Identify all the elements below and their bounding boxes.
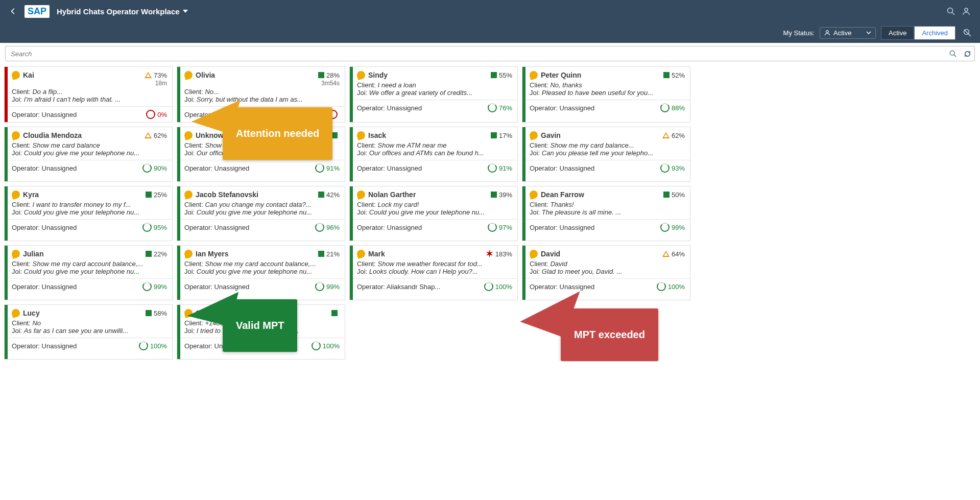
chat-bubble-icon xyxy=(356,70,366,80)
card-operator-line: Operator: Unassigned xyxy=(184,224,249,231)
card-client-line: Client: No, thanks xyxy=(530,81,685,89)
card-operator-line: Operator: Unassigned xyxy=(357,224,422,231)
chat-card[interactable]: Lucy58%Client: NoJoi: As far as I can se… xyxy=(4,304,173,360)
card-joi-line: Joi: I'm afraid I can't help with that. … xyxy=(12,96,167,103)
tab-archived[interactable]: Archived xyxy=(914,26,955,40)
card-client-name: Dean Farrow xyxy=(541,191,584,199)
card-bottom-percent: 95% xyxy=(142,223,167,232)
card-joi-line: Joi: Could you give me your telephone nu… xyxy=(12,149,167,157)
chat-card[interactable]: Isack17%Client: Show me ATM near meJoi: … xyxy=(349,127,518,182)
progress-ring-icon xyxy=(315,282,324,291)
progress-ring-icon xyxy=(660,223,670,232)
chat-card[interactable]: Sindy55%Client: I need a loanJoi: We off… xyxy=(349,66,518,123)
search-header-button[interactable] xyxy=(943,4,959,19)
svg-point-7 xyxy=(950,51,954,55)
user-button[interactable] xyxy=(959,4,974,19)
svg-line-8 xyxy=(954,55,956,57)
chat-card[interactable]: Dean Farrow50%Client: Thanks!Joi: The pl… xyxy=(522,186,690,241)
svg-line-1 xyxy=(952,13,955,15)
chat-bubble-icon xyxy=(529,249,539,259)
card-bottom-percent: 99% xyxy=(142,282,167,291)
card-client-line: Client: Show me ATM near me xyxy=(357,141,512,149)
sub-header: My Status: Active Active Archived xyxy=(0,22,980,43)
card-client-line: Client: Show me my card account balance,… xyxy=(184,260,340,268)
progress-ring-icon xyxy=(660,163,670,173)
chat-bubble-icon xyxy=(11,308,21,318)
card-top-percent: 62% xyxy=(662,132,685,139)
chat-card[interactable]: Cloudia Mendoza62%Client: Show me card b… xyxy=(4,127,173,182)
progress-ring-icon xyxy=(488,103,497,112)
card-client-line: Client: Show me weather forecast for tod… xyxy=(357,260,512,268)
card-bottom-percent: 100% xyxy=(312,341,340,350)
card-top-percent: ✶183% xyxy=(486,250,512,258)
card-bottom-percent: 76% xyxy=(488,103,512,112)
status-select[interactable]: Active xyxy=(820,27,876,39)
chat-bubble-icon xyxy=(183,249,194,259)
card-operator-line: Operator: Unassigned xyxy=(12,111,77,118)
tab-active[interactable]: Active xyxy=(881,26,914,40)
card-top-percent: 52% xyxy=(663,72,685,79)
chat-card[interactable]: Mark✶183%Client: Show me weather forecas… xyxy=(349,245,518,300)
card-bottom-percent: 100% xyxy=(657,282,685,291)
square-green-icon xyxy=(663,72,670,78)
card-top-percent xyxy=(331,310,340,316)
chat-card[interactable]: Kyra25%Client: I want to transfer money … xyxy=(4,186,173,241)
chat-bubble-icon xyxy=(529,189,539,200)
person-icon xyxy=(824,30,830,36)
card-top-percent: 22% xyxy=(146,250,167,258)
chevron-down-icon xyxy=(866,30,871,35)
card-bottom-percent: 0% xyxy=(146,110,167,119)
card-top-percent: 42% xyxy=(318,191,340,199)
card-client-line: Client: Thanks! xyxy=(530,201,685,208)
card-joi-line: Joi: Our offices and ATMs can be found h… xyxy=(357,149,512,157)
card-time: 3m54s xyxy=(321,80,340,87)
funnel-clear-icon xyxy=(963,29,971,37)
clear-filter-button[interactable] xyxy=(961,26,974,39)
card-client-line: Client: Lock my card! xyxy=(357,201,512,208)
square-green-icon xyxy=(663,192,670,198)
progress-ring-icon xyxy=(315,163,324,173)
chat-card[interactable]: Kai73%18mClient: Do a flip...Joi: I'm af… xyxy=(4,66,173,123)
card-bottom-percent: 100% xyxy=(484,282,512,291)
chat-bubble-icon xyxy=(356,130,366,140)
card-joi-line: Joi: Can you please tell me your telepho… xyxy=(530,149,685,157)
square-green-icon xyxy=(146,310,152,316)
card-top-percent: 25% xyxy=(146,191,167,199)
view-segmented-buttons: Active Archived xyxy=(881,26,955,40)
chat-bubble-icon xyxy=(183,70,194,80)
progress-ring-icon xyxy=(660,103,670,112)
card-top-percent: 28% xyxy=(318,72,340,79)
card-joi-line: Joi: Glad to meet you, David. ... xyxy=(530,268,685,275)
chat-card[interactable]: Jacob Stefanovski42%Client: Can you chan… xyxy=(177,186,345,241)
square-green-icon xyxy=(318,72,324,78)
chat-card[interactable]: Gavin62%Client: Show me my card balance.… xyxy=(522,127,690,182)
card-client-name: Peter Quinn xyxy=(541,71,581,79)
card-client-line: Client: I need a loan xyxy=(357,81,512,89)
chat-card[interactable]: Julian22%Client: Show me my card account… xyxy=(4,245,173,300)
square-green-icon xyxy=(146,251,152,257)
card-operator-line: Operator: Unassigned xyxy=(357,164,422,172)
search-icon xyxy=(947,7,955,15)
chat-card[interactable]: Nolan Garther39%Client: Lock my card!Joi… xyxy=(349,186,518,241)
search-input[interactable] xyxy=(6,50,946,58)
refresh-icon xyxy=(964,50,971,58)
chat-bubble-icon xyxy=(183,130,194,140)
chat-bubble-icon xyxy=(11,130,21,140)
progress-ring-icon xyxy=(484,282,493,291)
card-joi-line: Joi: Could you give me your telephone nu… xyxy=(12,268,167,275)
search-button[interactable] xyxy=(946,50,960,57)
card-operator-line: Operator: Unassigned xyxy=(357,104,422,112)
app-title-dropdown[interactable]: Hybrid Chats Operator Workplace xyxy=(57,7,188,16)
progress-ring-icon xyxy=(315,223,324,232)
chevron-left-icon xyxy=(10,8,17,15)
square-green-icon xyxy=(491,132,497,138)
progress-ring-icon xyxy=(142,163,152,173)
triangle-warning-icon xyxy=(662,132,670,138)
refresh-button[interactable] xyxy=(960,50,974,58)
square-green-icon xyxy=(318,251,324,257)
chat-card[interactable]: Peter Quinn52%Client: No, thanksJoi: Ple… xyxy=(522,66,690,123)
back-button[interactable] xyxy=(6,4,20,18)
card-top-percent: 21% xyxy=(318,250,340,258)
card-bottom-percent: 93% xyxy=(660,163,685,173)
card-operator-line: Operator: Unassigned xyxy=(12,283,77,291)
